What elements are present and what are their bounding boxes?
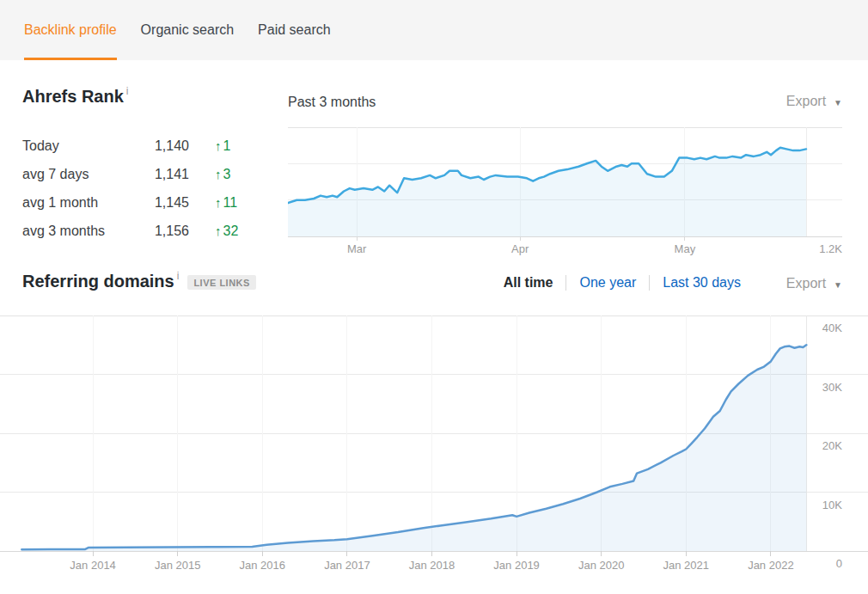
- stat-value: 1,145: [138, 195, 189, 211]
- referring-domains-title-text: Referring domains: [22, 272, 174, 291]
- stat-label: Today: [22, 138, 138, 154]
- filter-one-year[interactable]: One year: [579, 275, 636, 291]
- export-label: Export: [786, 94, 826, 109]
- tab-bar: Backlink profile Organic search Paid sea…: [0, 0, 868, 60]
- rank-chart[interactable]: MarAprMay1.2K: [288, 127, 842, 256]
- stat-label: avg 3 months: [22, 224, 138, 239]
- stat-value: 1,156: [138, 224, 189, 239]
- time-range-filters: All time One year Last 30 days: [504, 275, 741, 291]
- ahrefs-rank-stats: Today 1,140 ↑1 avg 7 days 1,141 ↑3 avg 1…: [22, 132, 238, 245]
- tab-organic-search[interactable]: Organic search: [141, 0, 235, 60]
- y-axis-label: 40K: [791, 321, 842, 334]
- stat-row-today: Today 1,140 ↑1: [22, 132, 238, 160]
- x-axis-label: Apr: [498, 242, 541, 255]
- x-axis-label: Mar: [335, 242, 378, 255]
- stat-delta-value: 32: [223, 224, 239, 239]
- stat-label: avg 7 days: [22, 167, 138, 182]
- info-icon[interactable]: i: [126, 85, 129, 97]
- referring-domains-title: Referring domainsiLIVE LINKS: [22, 272, 256, 291]
- arrow-up-icon: ↑: [215, 167, 222, 181]
- y-axis-label: 30K: [791, 381, 842, 394]
- info-icon[interactable]: i: [177, 270, 180, 282]
- x-axis-label: Jan 2019: [482, 559, 551, 572]
- stat-delta: ↑11: [215, 195, 237, 211]
- x-axis-label: Jan 2020: [567, 559, 636, 572]
- stat-delta-value: 1: [223, 138, 231, 154]
- export-label: Export: [786, 276, 826, 291]
- filter-separator: [565, 275, 566, 291]
- ahrefs-rank-title: Ahrefs Ranki: [22, 87, 128, 107]
- stat-delta-value: 3: [223, 167, 231, 182]
- filter-last-30-days[interactable]: Last 30 days: [663, 275, 741, 291]
- y-axis-label: 10K: [791, 499, 842, 511]
- stat-value: 1,141: [138, 167, 189, 182]
- y-axis-label: 20K: [791, 439, 842, 452]
- stat-row-avg-1-month: avg 1 month 1,145 ↑11: [22, 188, 238, 217]
- tab-backlink-profile[interactable]: Backlink profile: [24, 0, 117, 60]
- stat-label: avg 1 month: [22, 195, 138, 211]
- rank-chart-range-label: Past 3 months: [288, 95, 376, 110]
- chevron-down-icon: ▼: [834, 280, 842, 290]
- stat-delta: ↑1: [215, 138, 230, 154]
- stat-delta-value: 11: [223, 195, 238, 211]
- stat-delta: ↑3: [215, 167, 230, 182]
- x-axis-label: Jan 2018: [398, 559, 467, 572]
- filter-all-time[interactable]: All time: [504, 275, 553, 291]
- referring-domains-chart[interactable]: 40K30K20K10K0 Jan 2014Jan 2015Jan 2016Ja…: [0, 315, 868, 573]
- chevron-down-icon: ▼: [834, 98, 842, 107]
- x-axis-label: Jan 2016: [228, 559, 296, 572]
- x-axis-label: Jan 2017: [313, 559, 382, 572]
- ahrefs-rank-title-text: Ahrefs Rank: [22, 87, 124, 107]
- x-axis-label: Jan 2021: [651, 559, 720, 572]
- stat-row-avg-7-days: avg 7 days 1,141 ↑3: [22, 160, 238, 188]
- referring-domains-chart-canvas[interactable]: [0, 315, 868, 556]
- live-links-badge: LIVE LINKS: [187, 275, 256, 290]
- x-axis-label: Jan 2022: [737, 559, 805, 572]
- arrow-up-icon: ↑: [215, 195, 222, 210]
- y-axis-label: 1.2K: [791, 242, 842, 255]
- stat-row-avg-3-months: avg 3 months 1,156 ↑32: [22, 217, 238, 245]
- stat-delta: ↑32: [215, 224, 238, 239]
- export-button-rank[interactable]: Export ▼: [786, 94, 842, 109]
- export-button-domains[interactable]: Export ▼: [786, 276, 842, 291]
- rank-chart-canvas[interactable]: [288, 127, 842, 242]
- tab-paid-search[interactable]: Paid search: [258, 0, 331, 60]
- x-axis-label: Jan 2015: [144, 559, 212, 572]
- x-axis-label: May: [663, 242, 706, 255]
- stat-value: 1,140: [138, 138, 189, 154]
- arrow-up-icon: ↑: [215, 138, 222, 153]
- x-axis-label: Jan 2014: [58, 559, 127, 572]
- filter-separator: [649, 275, 650, 291]
- arrow-up-icon: ↑: [215, 224, 222, 238]
